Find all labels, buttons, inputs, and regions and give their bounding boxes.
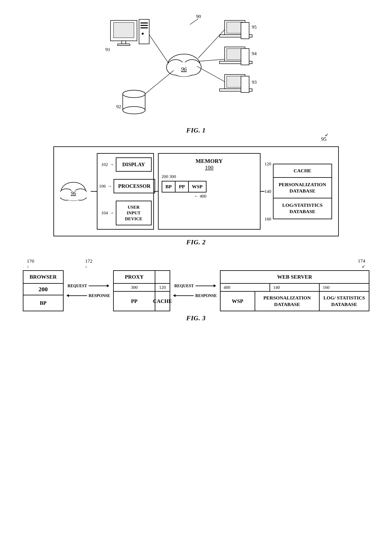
- fig3-ref-170-area: 170 ↓: [27, 258, 34, 269]
- fig3-personalization-label: PERSONALIZATION DATABASE: [255, 292, 320, 310]
- svg-line-37: [190, 19, 198, 24]
- fig2-label: FIG. 2: [186, 239, 206, 246]
- svg-rect-12: [140, 25, 148, 26]
- fig3-arrow-left2: [173, 295, 194, 296]
- svg-rect-6: [111, 20, 137, 41]
- svg-point-2: [183, 60, 201, 75]
- svg-rect-13: [140, 27, 148, 28]
- fig2-components-box: 102 → DISPLAY 106 → PROCESSOR: [97, 153, 154, 230]
- fig2-ref-120: 120: [265, 161, 271, 167]
- fig3-webserver-block: WEB SERVER 400 140 160 WSP PERSONALIZATI…: [220, 270, 369, 311]
- svg-point-3: [172, 62, 196, 76]
- svg-line-42: [197, 66, 225, 82]
- fig2-ref-104: 104: [98, 210, 110, 215]
- svg-rect-11: [140, 23, 148, 24]
- fig2-display-box: DISPLAY: [116, 157, 152, 172]
- svg-text:96: 96: [181, 66, 187, 72]
- fig3-ref-172: 172: [85, 258, 93, 264]
- fig2-ref-106: 106: [98, 183, 107, 189]
- svg-text:95: 95: [252, 24, 257, 30]
- svg-rect-27: [227, 48, 243, 60]
- fig3-browser-label: BROWSER: [23, 271, 63, 284]
- fig3-proxy-cache-num-display: 120: [155, 284, 170, 291]
- fig2-ref-160: 160: [265, 216, 271, 222]
- fig3-browser-num: 200: [23, 284, 63, 295]
- svg-rect-17: [123, 94, 145, 110]
- svg-rect-26: [225, 47, 245, 61]
- fig2-right-section: 120 140 160 CACHE PERSONALIZATION DATABA…: [265, 153, 332, 230]
- svg-point-0: [168, 54, 200, 76]
- fig2-personalization-box: PERSONALIZATION DATABASE: [274, 178, 331, 198]
- fig3-proxy-label: PROXY: [114, 271, 155, 283]
- fig2-arrow-95: ↙: [325, 132, 329, 137]
- svg-rect-29: [241, 48, 249, 65]
- fig2-middle-line: [154, 153, 158, 230]
- fig3-request2: REQUEST: [174, 283, 216, 288]
- fig2-bp-box: BP: [162, 182, 176, 192]
- svg-point-18: [123, 107, 145, 114]
- svg-point-1: [167, 60, 185, 75]
- fig3-logstats-label: LOG/ STATISTICS DATABASE: [320, 292, 369, 310]
- fig3-response1: RESPONSE: [67, 293, 110, 298]
- fig2-section: 95 ↙ 96: [53, 146, 339, 246]
- fig3-arrow-right1: [89, 286, 109, 286]
- fig3-ref-174: 174: [358, 258, 365, 264]
- fig3-webserver-nums: 400 140 160: [221, 284, 369, 292]
- svg-point-14: [142, 33, 144, 35]
- fig3-arrows1: REQUEST RESPONSE: [64, 270, 113, 311]
- fig3-request1: REQUEST: [68, 283, 109, 288]
- fig3-request1-label: REQUEST: [68, 283, 87, 288]
- fig2-processor-box: PROCESSOR: [114, 179, 155, 193]
- svg-point-16: [123, 90, 145, 98]
- page-container: 96 91 92: [12, 8, 380, 322]
- svg-rect-28: [219, 61, 252, 64]
- svg-rect-10: [139, 19, 149, 44]
- fig2-cloud-line: [91, 153, 97, 230]
- fig2-wsp-box: WSP: [189, 182, 206, 192]
- fig2-memory-num: 100: [162, 164, 257, 171]
- fig3-response2: RESPONSE: [173, 293, 217, 298]
- svg-line-40: [198, 30, 225, 58]
- svg-rect-8: [122, 41, 126, 44]
- fig2-userinput-box: USER INPUT DEVICE: [116, 201, 152, 225]
- fig3-section: 170 ↓ 172 ↓ 174 ↙ BROWSER 200 BP: [23, 258, 369, 322]
- fig3-arrow-left1: [67, 295, 87, 296]
- fig3-proxy-cache-num: [155, 271, 170, 283]
- fig2-ref-400: ← 400: [162, 194, 206, 199]
- fig3-browser-block: BROWSER 200 BP: [23, 270, 64, 311]
- fig2-db-refs: 120 140 160: [265, 153, 273, 230]
- fig2-bp-pp-refs: 200 300: [162, 174, 206, 179]
- fig2-cache-box: CACHE: [274, 164, 331, 178]
- fig2-db-boxes: CACHE PERSONALIZATION DATABASE LOG/STATI…: [273, 164, 332, 219]
- fig3-personalization-num: 140: [270, 284, 320, 291]
- fig3-bp-label: BP: [23, 295, 63, 310]
- fig1-diagram: 96 91 92: [104, 14, 288, 124]
- fig3-wsp-num: 400: [221, 284, 270, 291]
- fig3-arrows2: REQUEST RESPONSE: [170, 270, 220, 311]
- svg-rect-32: [227, 76, 243, 87]
- fig2-memory-content: 200 300 BP PP WSP ← 400: [162, 174, 257, 199]
- fig2-memory-section: MEMORY 100 200 300 BP PP WS: [158, 153, 261, 230]
- fig3-arrow-right2: [196, 286, 216, 286]
- fig3-proxy-content: PP CACHE: [114, 292, 170, 310]
- fig1-label: FIG. 1: [186, 127, 206, 134]
- fig3-webserver-content: WSP PERSONALIZATION DATABASE LOG/ STATIS…: [221, 292, 369, 310]
- fig3-top-refs: 170 ↓ 172 ↓ 174 ↙: [23, 258, 369, 269]
- svg-point-19: [123, 90, 145, 98]
- fig3-ref-174-area: 174 ↙: [358, 258, 365, 269]
- svg-rect-23: [219, 35, 252, 37]
- svg-rect-34: [241, 76, 249, 92]
- fig2-cloud-area: 96: [60, 153, 87, 230]
- fig2-right-line: [261, 153, 265, 230]
- fig2-processor-row: 106 → PROCESSOR: [98, 175, 153, 197]
- fig3-logstats-num: 160: [320, 284, 369, 291]
- svg-line-41: [199, 59, 225, 61]
- svg-rect-24: [241, 23, 249, 39]
- svg-rect-21: [225, 20, 245, 35]
- fig3-response2-label: RESPONSE: [195, 293, 217, 298]
- fig2-userinput-row: 104 → USER INPUT DEVICE: [98, 197, 153, 229]
- fig3-proxy-nums: 300 120: [114, 284, 170, 292]
- fig3-proxy-num: 300: [114, 284, 155, 291]
- fig3-pp-label: PP: [114, 292, 155, 310]
- fig3-ref-170: 170: [27, 258, 34, 264]
